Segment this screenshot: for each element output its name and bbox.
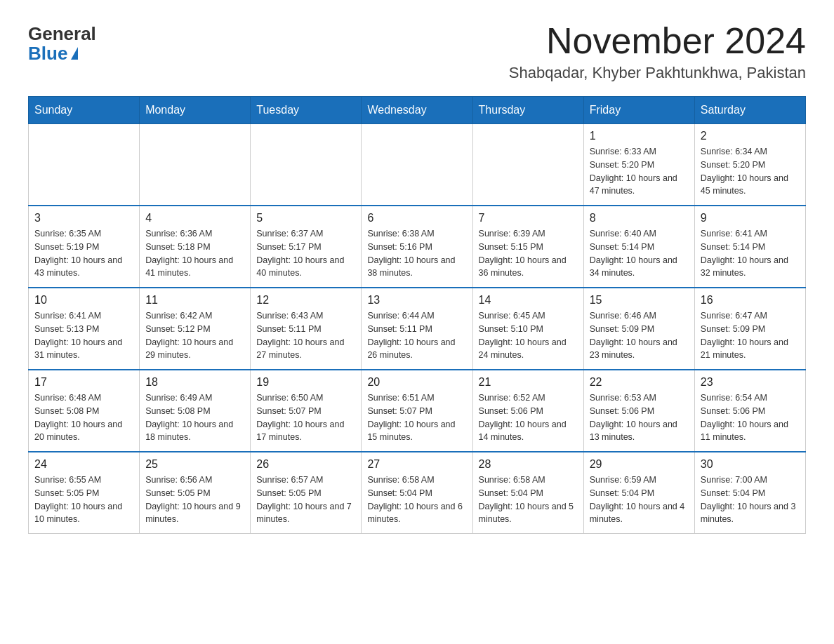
logo-general-text: General	[28, 25, 96, 43]
calendar-cell: 25Sunrise: 6:56 AMSunset: 5:05 PMDayligh…	[140, 452, 251, 534]
day-info: Sunrise: 6:44 AMSunset: 5:11 PMDaylight:…	[367, 309, 466, 362]
day-number: 18	[145, 376, 244, 389]
day-number: 6	[367, 212, 466, 224]
calendar-cell: 9Sunrise: 6:41 AMSunset: 5:14 PMDaylight…	[694, 206, 805, 288]
day-number: 4	[145, 212, 244, 224]
day-number: 15	[590, 294, 689, 307]
weekday-header-tuesday: Tuesday	[251, 97, 362, 124]
calendar-cell: 2Sunrise: 6:34 AMSunset: 5:20 PMDaylight…	[694, 124, 805, 206]
day-info: Sunrise: 6:39 AMSunset: 5:15 PMDaylight:…	[479, 227, 578, 280]
day-number: 8	[590, 212, 689, 224]
calendar-cell: 29Sunrise: 6:59 AMSunset: 5:04 PMDayligh…	[583, 452, 694, 534]
calendar-cell: 20Sunrise: 6:51 AMSunset: 5:07 PMDayligh…	[362, 370, 472, 452]
weekday-header-row: SundayMondayTuesdayWednesdayThursdayFrid…	[29, 97, 806, 124]
day-number: 17	[34, 376, 133, 389]
day-info: Sunrise: 6:59 AMSunset: 5:04 PMDaylight:…	[590, 474, 689, 526]
day-info: Sunrise: 6:37 AMSunset: 5:17 PMDaylight:…	[256, 227, 355, 280]
calendar-cell: 7Sunrise: 6:39 AMSunset: 5:15 PMDaylight…	[472, 206, 583, 288]
calendar-cell: 15Sunrise: 6:46 AMSunset: 5:09 PMDayligh…	[583, 288, 694, 370]
day-number: 25	[145, 458, 244, 471]
day-number: 30	[701, 458, 800, 471]
day-info: Sunrise: 6:34 AMSunset: 5:20 PMDaylight:…	[701, 145, 800, 198]
day-number: 23	[701, 376, 800, 389]
location-subtitle: Shabqadar, Khyber Pakhtunkhwa, Pakistan	[509, 64, 806, 82]
day-number: 5	[256, 212, 355, 224]
calendar-cell: 22Sunrise: 6:53 AMSunset: 5:06 PMDayligh…	[583, 370, 694, 452]
day-info: Sunrise: 6:40 AMSunset: 5:14 PMDaylight:…	[590, 227, 689, 280]
day-number: 12	[256, 294, 355, 307]
calendar-cell: 16Sunrise: 6:47 AMSunset: 5:09 PMDayligh…	[694, 288, 805, 370]
month-year-title: November 2024	[509, 21, 806, 61]
logo-blue-text: Blue	[28, 43, 78, 65]
calendar-week-row: 17Sunrise: 6:48 AMSunset: 5:08 PMDayligh…	[29, 370, 806, 452]
day-number: 7	[479, 212, 578, 224]
weekday-header-monday: Monday	[140, 97, 251, 124]
day-info: Sunrise: 6:47 AMSunset: 5:09 PMDaylight:…	[701, 309, 800, 362]
calendar-cell: 28Sunrise: 6:58 AMSunset: 5:04 PMDayligh…	[472, 452, 583, 534]
day-number: 19	[256, 376, 355, 389]
calendar-cell: 3Sunrise: 6:35 AMSunset: 5:19 PMDaylight…	[29, 206, 140, 288]
calendar-cell	[140, 124, 251, 206]
day-info: Sunrise: 6:38 AMSunset: 5:16 PMDaylight:…	[367, 227, 466, 280]
weekday-header-wednesday: Wednesday	[362, 97, 472, 124]
day-number: 10	[34, 294, 133, 307]
calendar-cell: 27Sunrise: 6:58 AMSunset: 5:04 PMDayligh…	[362, 452, 472, 534]
day-number: 16	[701, 294, 800, 307]
day-info: Sunrise: 6:53 AMSunset: 5:06 PMDaylight:…	[590, 391, 689, 444]
day-number: 27	[367, 458, 466, 471]
day-number: 20	[367, 376, 466, 389]
day-info: Sunrise: 6:41 AMSunset: 5:13 PMDaylight:…	[34, 309, 133, 362]
weekday-header-thursday: Thursday	[472, 97, 583, 124]
day-info: Sunrise: 6:58 AMSunset: 5:04 PMDaylight:…	[367, 474, 466, 526]
day-info: Sunrise: 6:33 AMSunset: 5:20 PMDaylight:…	[590, 145, 689, 198]
calendar-cell	[472, 124, 583, 206]
day-number: 24	[34, 458, 133, 471]
day-number: 21	[479, 376, 578, 389]
day-info: Sunrise: 6:36 AMSunset: 5:18 PMDaylight:…	[145, 227, 244, 280]
day-info: Sunrise: 6:43 AMSunset: 5:11 PMDaylight:…	[256, 309, 355, 362]
day-info: Sunrise: 6:35 AMSunset: 5:19 PMDaylight:…	[34, 227, 133, 280]
day-info: Sunrise: 6:56 AMSunset: 5:05 PMDaylight:…	[145, 474, 244, 526]
calendar-cell: 24Sunrise: 6:55 AMSunset: 5:05 PMDayligh…	[29, 452, 140, 534]
header: General Blue November 2024 Shabqadar, Kh…	[28, 21, 806, 82]
calendar-cell	[251, 124, 362, 206]
day-number: 29	[590, 458, 689, 471]
day-number: 22	[590, 376, 689, 389]
title-area: November 2024 Shabqadar, Khyber Pakhtunk…	[509, 21, 806, 82]
calendar-cell: 5Sunrise: 6:37 AMSunset: 5:17 PMDaylight…	[251, 206, 362, 288]
weekday-header-sunday: Sunday	[29, 97, 140, 124]
day-info: Sunrise: 7:00 AMSunset: 5:04 PMDaylight:…	[701, 474, 800, 526]
calendar-cell: 17Sunrise: 6:48 AMSunset: 5:08 PMDayligh…	[29, 370, 140, 452]
day-number: 14	[479, 294, 578, 307]
calendar-cell: 23Sunrise: 6:54 AMSunset: 5:06 PMDayligh…	[694, 370, 805, 452]
weekday-header-friday: Friday	[583, 97, 694, 124]
day-info: Sunrise: 6:57 AMSunset: 5:05 PMDaylight:…	[256, 474, 355, 526]
weekday-header-saturday: Saturday	[694, 97, 805, 124]
day-info: Sunrise: 6:46 AMSunset: 5:09 PMDaylight:…	[590, 309, 689, 362]
calendar-cell: 19Sunrise: 6:50 AMSunset: 5:07 PMDayligh…	[251, 370, 362, 452]
day-info: Sunrise: 6:54 AMSunset: 5:06 PMDaylight:…	[701, 391, 800, 444]
day-info: Sunrise: 6:50 AMSunset: 5:07 PMDaylight:…	[256, 391, 355, 444]
day-info: Sunrise: 6:42 AMSunset: 5:12 PMDaylight:…	[145, 309, 244, 362]
day-number: 28	[479, 458, 578, 471]
day-info: Sunrise: 6:49 AMSunset: 5:08 PMDaylight:…	[145, 391, 244, 444]
calendar-cell: 8Sunrise: 6:40 AMSunset: 5:14 PMDaylight…	[583, 206, 694, 288]
logo-triangle-icon	[71, 47, 78, 60]
calendar-cell: 6Sunrise: 6:38 AMSunset: 5:16 PMDaylight…	[362, 206, 472, 288]
calendar-cell: 30Sunrise: 7:00 AMSunset: 5:04 PMDayligh…	[694, 452, 805, 534]
day-number: 1	[590, 130, 689, 142]
calendar-cell: 14Sunrise: 6:45 AMSunset: 5:10 PMDayligh…	[472, 288, 583, 370]
day-info: Sunrise: 6:55 AMSunset: 5:05 PMDaylight:…	[34, 474, 133, 526]
day-info: Sunrise: 6:48 AMSunset: 5:08 PMDaylight:…	[34, 391, 133, 444]
day-number: 9	[701, 212, 800, 224]
calendar-cell: 18Sunrise: 6:49 AMSunset: 5:08 PMDayligh…	[140, 370, 251, 452]
day-number: 2	[701, 130, 800, 142]
calendar-cell: 13Sunrise: 6:44 AMSunset: 5:11 PMDayligh…	[362, 288, 472, 370]
calendar-week-row: 10Sunrise: 6:41 AMSunset: 5:13 PMDayligh…	[29, 288, 806, 370]
calendar-week-row: 3Sunrise: 6:35 AMSunset: 5:19 PMDaylight…	[29, 206, 806, 288]
day-info: Sunrise: 6:58 AMSunset: 5:04 PMDaylight:…	[479, 474, 578, 526]
calendar-cell: 4Sunrise: 6:36 AMSunset: 5:18 PMDaylight…	[140, 206, 251, 288]
calendar-cell	[29, 124, 140, 206]
day-info: Sunrise: 6:51 AMSunset: 5:07 PMDaylight:…	[367, 391, 466, 444]
calendar-cell: 1Sunrise: 6:33 AMSunset: 5:20 PMDaylight…	[583, 124, 694, 206]
